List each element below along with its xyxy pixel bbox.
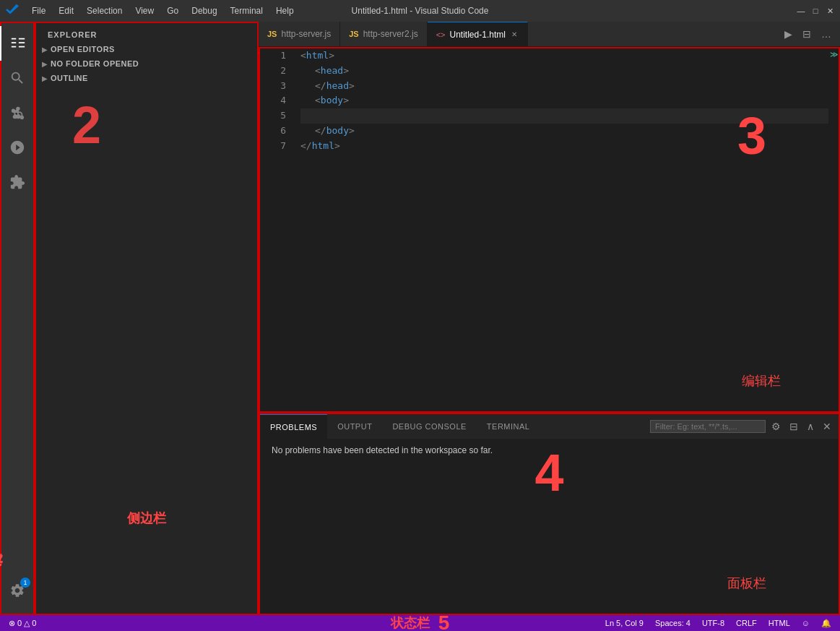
panel-tab-debug-console[interactable]: DEBUG CONSOLE <box>382 414 476 439</box>
code-line-3: </head> <box>300 79 828 94</box>
gutter-mark: ≫ <box>828 48 839 61</box>
window-controls: — □ ✕ <box>797 7 834 15</box>
menu-terminal[interactable]: Terminal <box>225 4 269 17</box>
main-layout: 1 活动栏 EXPLORER ▶ OPEN EDITORS ▶ NO FOLDE… <box>0 22 840 615</box>
code-line-2: <head> <box>300 64 828 79</box>
panel-filter-input[interactable] <box>650 420 766 433</box>
filter-settings-icon[interactable]: ⚙ <box>768 419 784 434</box>
sidebar-header: EXPLORER <box>36 23 257 42</box>
sidebar-section-no-folder[interactable]: ▶ NO FOLDER OPENED <box>36 56 257 71</box>
line-ending-status[interactable]: CRLF <box>733 619 760 627</box>
code-line-1: <html> <box>300 48 828 64</box>
panel-close-button[interactable]: ✕ <box>820 419 834 434</box>
notifications-icon[interactable]: 🔔 <box>818 619 834 628</box>
settings-badge: 1 <box>20 578 30 588</box>
close-button[interactable]: ✕ <box>826 7 834 15</box>
tab-http-server[interactable]: JS http-server.js <box>259 22 340 46</box>
encoding-status[interactable]: UTF-8 <box>699 619 727 627</box>
error-count: 0 <box>17 619 22 627</box>
panel-number: 4 <box>534 443 563 502</box>
panel-tab-output[interactable]: OUTPUT <box>327 414 382 439</box>
outline-label: OUTLINE <box>51 74 88 82</box>
menu-debug[interactable]: Debug <box>186 4 222 17</box>
status-center: 状态栏 5 <box>391 611 450 631</box>
warning-count: 0 <box>32 619 36 627</box>
menu-edit[interactable]: Edit <box>53 4 79 17</box>
status-bar-number: 5 <box>438 611 450 631</box>
sidebar-section-open-editors[interactable]: ▶ OPEN EDITORS <box>36 42 257 56</box>
editor-number: 3 <box>737 106 766 166</box>
minimize-button[interactable]: — <box>797 7 805 15</box>
html-icon: <> <box>436 30 446 39</box>
cursor-position[interactable]: Ln 5, Col 9 <box>602 619 646 627</box>
panel-tab-problems[interactable]: PROBLEMS <box>260 414 327 439</box>
panel-message: No problems have been detected in the wo… <box>272 445 493 455</box>
editor-label: 编辑栏 <box>742 372 781 390</box>
status-bar: ⊗ 0 △ 0 状态栏 5 Ln 5, Col 9 Spaces: 4 UTF-… <box>0 615 840 631</box>
maximize-button[interactable]: □ <box>811 7 820 15</box>
tabs-bar: JS http-server.js JS http-server2.js <> … <box>259 22 840 47</box>
tab-http-server2[interactable]: JS http-server2.js <box>340 22 428 46</box>
editor-panel-split: 1 2 3 4 5 6 7 <html> <head> </h <box>259 47 840 615</box>
menu-help[interactable]: Help <box>270 4 300 17</box>
js-icon: JS <box>267 30 277 38</box>
menu-bar: File Edit Selection View Go Debug Termin… <box>26 4 300 17</box>
more-actions-button[interactable]: … <box>818 27 834 41</box>
arrow-icon: ▶ <box>42 46 48 53</box>
panel-label: 面板栏 <box>727 575 766 592</box>
panel-split-button[interactable]: ⊟ <box>787 419 801 434</box>
sidebar-label: 侧边栏 <box>127 510 166 527</box>
editor-area: JS http-server.js JS http-server2.js <> … <box>259 22 840 615</box>
activity-explorer[interactable] <box>0 26 35 61</box>
tab-close-button[interactable]: ✕ <box>510 30 519 39</box>
panel-tabs: PROBLEMS OUTPUT DEBUG CONSOLE TERMINAL ⚙… <box>260 414 839 439</box>
status-right: Ln 5, Col 9 Spaces: 4 UTF-8 CRLF HTML ☺ … <box>602 619 834 628</box>
arrow-icon: ▶ <box>42 74 48 82</box>
tab-untitled-html[interactable]: <> Untitled-1.html ✕ <box>428 22 528 46</box>
panel-actions: ⚙ ⊟ ∧ ✕ <box>646 414 839 439</box>
menu-selection[interactable]: Selection <box>81 4 128 17</box>
sidebar-number: 2 <box>72 95 101 155</box>
line-numbers: 1 2 3 4 5 6 7 <box>260 48 295 411</box>
run-button[interactable]: ▶ <box>781 27 795 41</box>
activity-bar: 1 活动栏 <box>0 22 35 615</box>
no-folder-label: NO FOLDER OPENED <box>51 59 139 68</box>
tab-label: Untitled-1.html <box>450 30 506 40</box>
menu-file[interactable]: File <box>26 4 51 17</box>
activity-settings[interactable]: 1 <box>0 573 35 608</box>
activity-bar-bottom: 1 <box>0 573 35 614</box>
tab-label: http-server.js <box>281 29 331 39</box>
error-icon: ⊗ <box>9 619 15 628</box>
editor-gutter: ≫ <box>828 48 839 411</box>
window-title: Untitled-1.html - Visual Studio Code <box>352 6 489 16</box>
status-errors[interactable]: ⊗ 0 △ 0 <box>6 619 39 628</box>
menu-go[interactable]: Go <box>161 4 184 17</box>
panel-area: PROBLEMS OUTPUT DEBUG CONSOLE TERMINAL ⚙… <box>259 413 840 615</box>
js-icon-2: JS <box>349 30 358 38</box>
vscode-logo <box>6 4 20 18</box>
status-bar-label: 状态栏 <box>391 614 430 631</box>
split-editor-button[interactable]: ⊟ <box>800 27 814 41</box>
tab-label: http-server2.js <box>363 29 418 39</box>
activity-run-debug[interactable] <box>0 130 35 165</box>
warning-icon: △ <box>24 619 30 628</box>
indent-status[interactable]: Spaces: 4 <box>652 619 693 627</box>
title-bar: File Edit Selection View Go Debug Termin… <box>0 0 840 22</box>
open-editors-label: OPEN EDITORS <box>51 45 115 53</box>
activity-extensions[interactable] <box>0 165 35 199</box>
code-content[interactable]: <html> <head> </head> <body> <box>295 48 828 411</box>
panel-tab-terminal[interactable]: TERMINAL <box>477 414 540 439</box>
language-status[interactable]: HTML <box>766 619 793 627</box>
panel-collapse-button[interactable]: ∧ <box>804 419 817 434</box>
sidebar-section-outline[interactable]: ▶ OUTLINE <box>36 71 257 85</box>
tab-actions: ▶ ⊟ … <box>776 22 840 46</box>
menu-view[interactable]: View <box>129 4 160 17</box>
code-editor[interactable]: 1 2 3 4 5 6 7 <html> <head> </h <box>259 47 840 413</box>
activity-source-control[interactable] <box>0 95 35 130</box>
sidebar: EXPLORER ▶ OPEN EDITORS ▶ NO FOLDER OPEN… <box>35 22 259 615</box>
arrow-icon: ▶ <box>42 60 48 68</box>
activity-search[interactable] <box>0 61 35 95</box>
feedback-icon[interactable]: ☺ <box>799 619 813 627</box>
